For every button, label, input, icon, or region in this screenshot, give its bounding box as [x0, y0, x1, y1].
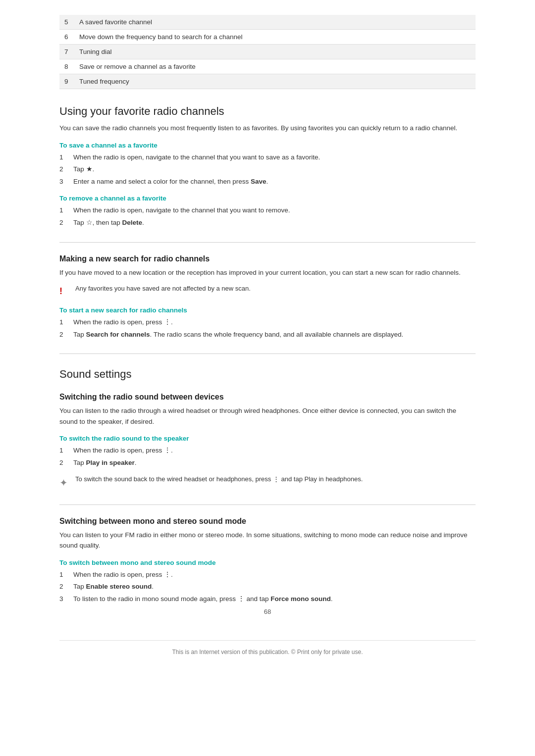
speaker-tip: ✦ To switch the sound back to the wired … — [59, 474, 476, 491]
switching-devices-title: Switching the radio sound between device… — [59, 393, 476, 402]
exclamation-icon: ! — [59, 284, 70, 299]
table-row: 6Move down the frequency band to search … — [59, 30, 476, 45]
step-text: When the radio is open, press ⋮. — [73, 317, 476, 328]
remove-channel-title: To remove a channel as a favorite — [59, 195, 476, 202]
mono-stereo-steps-list: 1When the radio is open, press ⋮.2Tap En… — [59, 569, 476, 605]
newsearch-steps-list: 1When the radio is open, press ⋮.2Tap Se… — [59, 317, 476, 340]
section-favorites-title: Using your favorite radio channels — [59, 105, 476, 118]
sound-settings-title: Sound settings — [59, 368, 476, 381]
favorites-intro: You can save the radio channels you most… — [59, 123, 476, 134]
step-text: When the radio is open, press ⋮. — [73, 569, 476, 580]
save-steps-list: 1When the radio is open, navigate to the… — [59, 152, 476, 187]
mono-stereo-procedure-title: To switch between mono and stereo sound … — [59, 559, 476, 566]
mono-stereo-title: Switching between mono and stereo sound … — [59, 517, 476, 526]
step-text: When the radio is open, press ⋮. — [73, 445, 476, 456]
page-footer: This is an Internet version of this publ… — [59, 640, 476, 655]
remove-steps-list: 1When the radio is open, navigate to the… — [59, 205, 476, 228]
row-desc: Save or remove a channel as a favorite — [74, 59, 476, 74]
row-num: 9 — [59, 74, 74, 89]
list-item: 1When the radio is open, press ⋮. — [59, 569, 476, 580]
list-item: 3Enter a name and select a color for the… — [59, 176, 476, 187]
copyright-text: This is an Internet version of this publ… — [172, 649, 363, 655]
table-row: 8Save or remove a channel as a favorite — [59, 59, 476, 74]
row-num: 6 — [59, 30, 74, 45]
step-number: 1 — [59, 152, 73, 163]
step-number: 3 — [59, 176, 73, 187]
tip-icon: ✦ — [59, 475, 70, 491]
step-number: 2 — [59, 164, 73, 175]
speaker-steps-list: 1When the radio is open, press ⋮.2Tap Pl… — [59, 445, 476, 468]
step-text: Tap ☆, then tap Delete. — [73, 217, 476, 228]
newsearch-procedure-title: To start a new search for radio channels — [59, 306, 476, 314]
reference-table: 5A saved favorite channel6Move down the … — [59, 15, 476, 89]
newsearch-note: ! Any favorites you have saved are not a… — [59, 284, 476, 299]
row-desc: A saved favorite channel — [74, 15, 476, 30]
step-number: 1 — [59, 205, 73, 216]
list-item: 1When the radio is open, press ⋮. — [59, 317, 476, 328]
newsearch-note-text: Any favorites you have saved are not aff… — [75, 284, 251, 294]
step-number: 2 — [59, 457, 73, 468]
list-item: 3To listen to the radio in mono sound mo… — [59, 594, 476, 605]
step-text: Tap Play in speaker. — [73, 457, 476, 468]
newsearch-intro: If you have moved to a new location or t… — [59, 267, 476, 278]
divider-3 — [59, 504, 476, 505]
step-number: 2 — [59, 217, 73, 228]
step-text: When the radio is open, navigate to the … — [73, 205, 476, 216]
table-row: 5A saved favorite channel — [59, 15, 476, 30]
switch-to-speaker-title: To switch the radio sound to the speaker — [59, 435, 476, 442]
step-number: 1 — [59, 569, 73, 580]
step-text: Tap Enable stereo sound. — [73, 581, 476, 592]
list-item: 1When the radio is open, navigate to the… — [59, 152, 476, 163]
newsearch-title: Making a new search for radio channels — [59, 254, 476, 263]
row-desc: Move down the frequency band to search f… — [74, 30, 476, 45]
table-row: 9Tuned frequency — [59, 74, 476, 89]
step-text: Tap ★. — [73, 164, 476, 175]
list-item: 2Tap Enable stereo sound. — [59, 581, 476, 592]
step-number: 2 — [59, 581, 73, 592]
mono-stereo-intro: You can listen to your FM radio in eithe… — [59, 530, 476, 551]
list-item: 2Tap ☆, then tap Delete. — [59, 217, 476, 228]
table-row: 7Tuning dial — [59, 45, 476, 59]
row-num: 7 — [59, 45, 74, 59]
row-desc: Tuning dial — [74, 45, 476, 59]
list-item: 2Tap Play in speaker. — [59, 457, 476, 468]
list-item: 1When the radio is open, navigate to the… — [59, 205, 476, 216]
step-number: 1 — [59, 445, 73, 456]
row-num: 8 — [59, 59, 74, 74]
step-number: 2 — [59, 329, 73, 340]
list-item: 1When the radio is open, press ⋮. — [59, 445, 476, 456]
divider-2 — [59, 353, 476, 354]
row-desc: Tuned frequency — [74, 74, 476, 89]
step-number: 3 — [59, 594, 73, 605]
list-item: 2Tap ★. — [59, 164, 476, 175]
step-text: To listen to the radio in mono sound mod… — [73, 594, 476, 605]
step-text: Tap Search for channels. The radio scans… — [73, 329, 476, 340]
list-item: 2Tap Search for channels. The radio scan… — [59, 329, 476, 340]
step-text: Enter a name and select a color for the … — [73, 176, 476, 187]
page-number: 68 — [59, 608, 476, 615]
switching-devices-intro: You can listen to the radio through a wi… — [59, 405, 476, 427]
row-num: 5 — [59, 15, 74, 30]
speaker-tip-text: To switch the sound back to the wired he… — [75, 474, 363, 485]
step-text: When the radio is open, navigate to the … — [73, 152, 476, 163]
save-channel-title: To save a channel as a favorite — [59, 142, 476, 149]
divider-1 — [59, 242, 476, 243]
step-number: 1 — [59, 317, 73, 328]
